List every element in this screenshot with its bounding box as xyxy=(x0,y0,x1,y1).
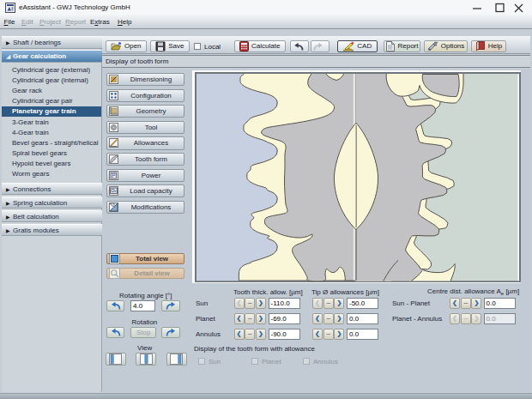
svg-text:P: P xyxy=(112,172,116,178)
svg-text:Oₓ: Oₓ xyxy=(111,188,116,193)
